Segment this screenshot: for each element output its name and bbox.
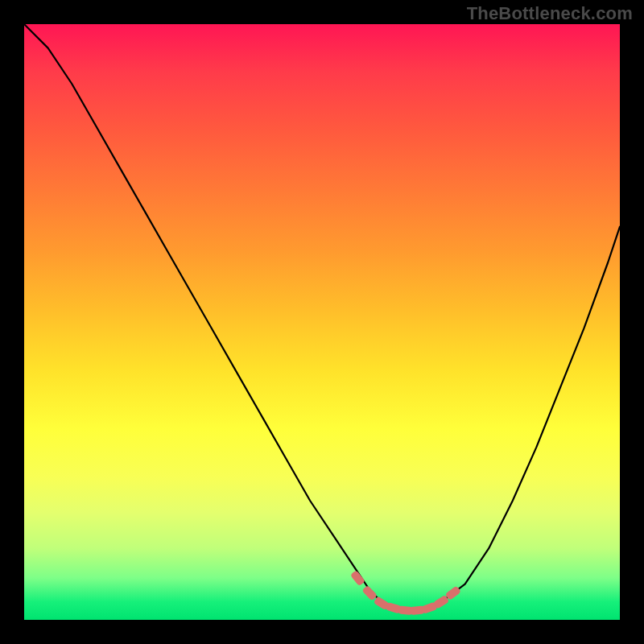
optimal-marker	[361, 585, 378, 601]
chart-svg	[24, 24, 620, 620]
optimal-range-markers	[350, 570, 461, 615]
bottleneck-curve	[24, 24, 620, 611]
chart-frame: TheBottleneck.com	[0, 0, 644, 644]
watermark-label: TheBottleneck.com	[467, 3, 633, 24]
plot-area	[24, 24, 620, 620]
optimal-marker	[350, 570, 365, 586]
